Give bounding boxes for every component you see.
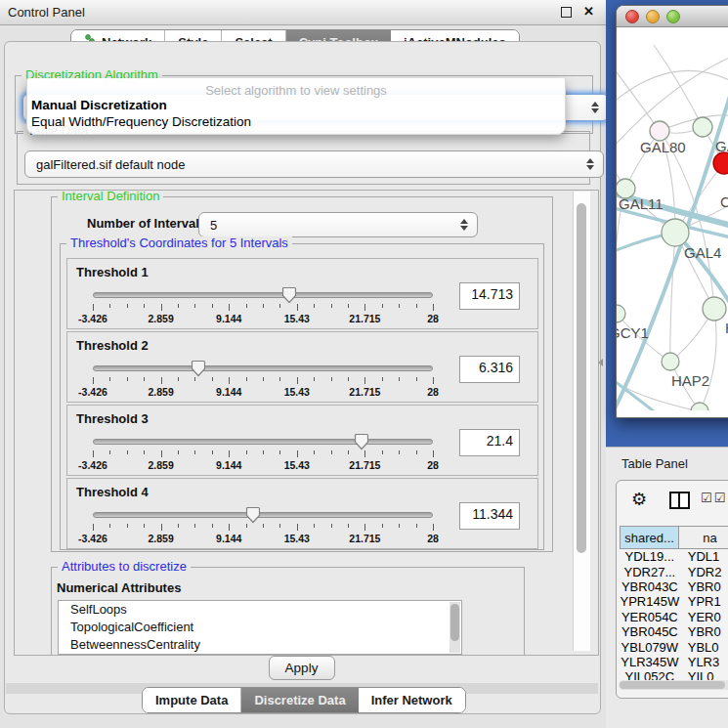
network-node-label: GCY1 [617,324,649,341]
network-node-red[interactable] [713,152,728,174]
slider-track [93,439,433,445]
table-header-cell[interactable]: shared... [621,527,679,548]
network-canvas[interactable]: GAL80GAGAL11CGAL4GCY1HHAP2 [617,27,728,410]
table-header-cell[interactable]: na [679,527,728,548]
slider-tick [348,304,349,308]
network-node-green[interactable] [693,117,712,137]
network-node-green[interactable] [662,353,679,370]
slider-tick-label: 9.144 [216,459,241,471]
network-node-label: GA [715,138,728,154]
slider-tick [246,304,247,308]
tab-label: Infer Network [371,693,452,707]
numerical-attributes-label: Numerical Attributes [57,580,181,595]
network-node-green[interactable] [662,219,689,246]
threshold-slider[interactable]: -3.4262.8599.14415.4321.71528 [93,358,433,399]
network-node-green[interactable] [703,297,726,321]
float-panel-icon[interactable] [561,7,572,18]
slider-tick-label: 15.43 [284,313,310,324]
table-data-combobox[interactable]: galFiltered.sif default node [24,150,604,178]
columns-icon[interactable] [669,492,690,509]
table-row[interactable]: YDR27...YDR2 [620,564,728,578]
slider-tick [212,524,213,528]
threshold-label: Threshold 2 [76,338,149,353]
minimize-traffic-light-icon[interactable] [646,10,660,23]
slider-tick [93,524,94,531]
threshold-slider[interactable]: -3.4262.8599.14415.4321.71528 [93,504,433,545]
network-node-pink[interactable] [650,121,669,141]
slider-tick-label: -3.426 [78,313,107,324]
numerical-attributes-list[interactable]: SelfLoopsTopologicalCoefficientBetweenne… [58,600,462,655]
table-row[interactable]: YBR045CYBR0 [620,624,728,639]
slider-tick [399,450,400,454]
network-window-titlebar [617,6,728,27]
table-row[interactable]: YDL19...YDL1 [620,549,728,564]
panel-resize-grip[interactable] [598,359,603,366]
attribute-list-item[interactable]: TopologicalCoefficient [59,619,461,636]
slider-tick [416,524,417,528]
table-row[interactable]: YBR043CYBR0 [620,579,728,594]
threshold-value-input[interactable]: 6.316 [459,356,520,383]
table-row[interactable]: YER054CYER0 [620,610,728,624]
slider-tick [382,524,383,528]
slider-tick-label: 2.859 [148,533,173,544]
gear-icon[interactable]: ⚙ [631,489,647,510]
table-cell-name: YPR1 [680,594,728,609]
slider-handle[interactable] [354,433,368,454]
slider-tick-label: 2.859 [148,459,173,471]
close-icon[interactable]: ✕ [583,4,594,19]
select-columns-checkbox-icons[interactable]: ☑☑ [701,491,727,505]
slider-tick [331,304,332,308]
slider-track [93,292,433,298]
slider-tick [433,304,434,311]
list-scrollbar[interactable] [450,602,460,653]
slider-tick [246,450,247,454]
tab-discretize-data[interactable]: Discretize Data [241,688,358,712]
table-cell-name: YBR0 [680,624,728,639]
threshold-value-input[interactable]: 11.344 [459,502,520,530]
slider-tick-label: 9.144 [216,533,241,544]
slider-handle[interactable] [245,506,260,528]
algorithm-prompt: Select algorithm to view settings [27,83,565,98]
slider-handle[interactable] [281,286,296,308]
table-row[interactable]: YLR345WYLR3 [620,655,728,669]
close-traffic-light-icon[interactable] [625,10,639,23]
tab-infer-network[interactable]: Infer Network [359,688,465,712]
table-cell-name: YDL1 [680,549,728,564]
slider-tick-label: 2.859 [148,313,173,324]
zoom-traffic-light-icon[interactable] [666,10,680,23]
threshold-slider[interactable]: -3.4262.8599.14415.4321.71528 [93,284,433,325]
network-node-green[interactable] [691,403,708,410]
dropdown-item-manual-discretization[interactable]: Manual Discretization [31,98,167,112]
number-of-intervals-value: 5 [210,218,217,233]
slider-tick-label: 15.43 [284,533,310,544]
slider-tick [279,304,280,308]
apply-button[interactable]: Apply [269,656,335,680]
tab-impute-data[interactable]: Impute Data [143,688,241,712]
dropdown-item-equal-width-frequency[interactable]: Equal Width/Frequency Discretization [31,114,251,129]
slider-tick [263,304,264,308]
slider-tick [433,450,434,457]
network-node-green[interactable] [617,305,625,322]
threshold-value-input[interactable]: 14.713 [459,282,520,310]
slider-tick [279,450,280,454]
network-node-label: GAL4 [684,244,721,261]
threshold-value-input[interactable]: 21.4 [459,429,520,456]
attribute-list-item[interactable]: SelfLoops [59,601,461,619]
slider-tick [416,304,417,308]
network-view-window[interactable]: GAL80GAGAL11CGAL4GCY1HHAP2 [616,5,728,418]
slider-tick [178,450,179,454]
number-of-intervals-combobox[interactable]: 5 [198,212,478,237]
threshold-box: Threshold 4-3.4262.8599.14415.4321.71528… [66,478,538,549]
slider-tick [314,450,315,454]
table-row[interactable]: YPR145WYPR1 [620,594,728,609]
slider-tick [348,524,349,528]
slider-tick [416,377,417,381]
settings-scrollbar[interactable] [573,192,590,651]
table-row[interactable]: YBL079WYBL0 [620,639,728,654]
threshold-slider[interactable]: -3.4262.8599.14415.4321.71528 [93,431,433,472]
slider-handle[interactable] [191,360,205,381]
table-hscrollbar[interactable] [619,680,728,690]
network-node-label: GAL11 [619,195,664,212]
slider-tick [382,377,383,381]
attribute-list-item[interactable]: BetweennessCentrality [59,636,461,654]
